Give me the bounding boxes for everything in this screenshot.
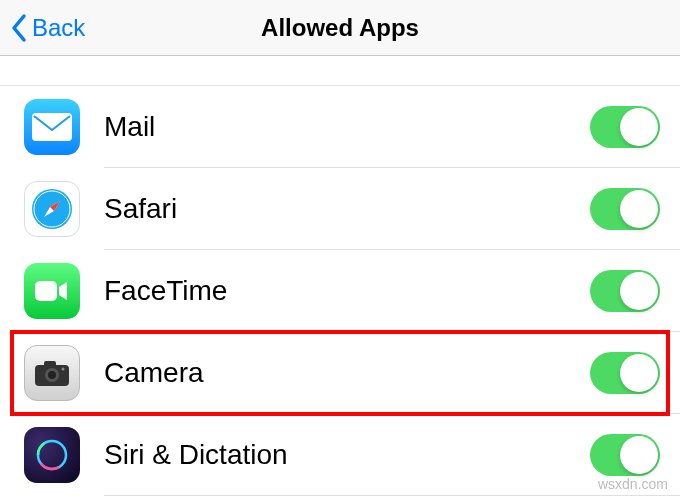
svg-point-9 [48,371,56,379]
toggle-safari[interactable] [590,188,660,230]
siri-icon [24,427,80,483]
svg-rect-0 [32,113,72,141]
toggle-camera[interactable] [590,352,660,394]
app-label: Camera [104,357,590,389]
list-item-facetime: FaceTime [0,250,680,332]
page-title: Allowed Apps [0,14,680,42]
section-spacer [0,56,680,86]
camera-icon [24,345,80,401]
svg-rect-5 [35,281,57,301]
app-label: Mail [104,111,590,143]
app-label: FaceTime [104,275,590,307]
svg-point-10 [62,368,65,371]
toggle-facetime[interactable] [590,270,660,312]
toggle-siri[interactable] [590,434,660,476]
toggle-mail[interactable] [590,106,660,148]
list-item-camera: Camera [0,332,680,414]
list-item-mail: Mail [0,86,680,168]
svg-rect-7 [44,361,56,367]
navigation-bar: Back Allowed Apps [0,0,680,56]
back-button[interactable]: Back [0,13,85,43]
app-label: Safari [104,193,590,225]
mail-icon [24,99,80,155]
safari-icon [24,181,80,237]
allowed-apps-list: Mail Safari FaceTime [0,86,680,496]
back-label: Back [32,14,85,42]
watermark: wsxdn.com [598,476,668,492]
chevron-left-icon [10,13,28,43]
app-label: Siri & Dictation [104,439,590,471]
list-item-siri: Siri & Dictation [0,414,680,496]
list-item-safari: Safari [0,168,680,250]
facetime-icon [24,263,80,319]
